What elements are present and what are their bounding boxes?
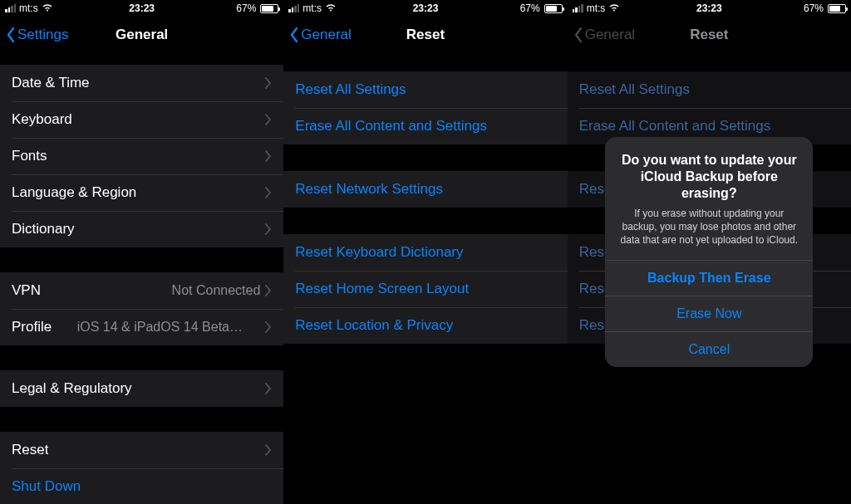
row-legal[interactable]: Legal & Regulatory	[0, 370, 283, 407]
alert-message: If you erase without updating your backu…	[618, 207, 799, 247]
row-reset-home-layout[interactable]: Reset Home Screen Layout	[283, 271, 567, 307]
row-reset-location-privacy[interactable]: Reset Location & Privacy	[283, 307, 567, 344]
battery-pct-label: 67%	[236, 2, 256, 14]
wifi-icon	[42, 3, 53, 13]
row-profile[interactable]: ProfileiOS 14 & iPadOS 14 Beta Softwar..…	[0, 309, 283, 345]
reset-list: Reset All Settings Erase All Content and…	[283, 71, 567, 344]
chevron-right-icon	[265, 114, 272, 125]
back-label: General	[301, 27, 351, 43]
settings-list: Date & Time Keyboard Fonts Language & Re…	[0, 65, 283, 504]
row-reset[interactable]: Reset	[0, 432, 283, 468]
alert-cancel-button[interactable]: Cancel	[605, 331, 813, 367]
row-dictionary[interactable]: Dictionary	[0, 211, 283, 247]
modal-overlay: Do you want to update your iCloud Backup…	[568, 0, 851, 504]
alert-dialog: Do you want to update your iCloud Backup…	[605, 137, 813, 368]
page-title: Reset	[406, 27, 445, 43]
chevron-left-icon	[7, 27, 15, 42]
row-date-time[interactable]: Date & Time	[0, 65, 283, 101]
carrier-label: mt:s	[19, 2, 38, 14]
row-language-region[interactable]: Language & Region	[0, 174, 283, 211]
chevron-right-icon	[265, 150, 272, 162]
back-button[interactable]: Settings	[7, 27, 68, 43]
chevron-right-icon	[265, 187, 272, 198]
battery-pct-label: 67%	[520, 2, 540, 14]
alert-erase-now-button[interactable]: Erase Now	[605, 296, 813, 331]
alert-title: Do you want to update your iCloud Backup…	[618, 152, 799, 202]
battery-icon	[544, 4, 563, 13]
alert-backup-then-erase-button[interactable]: Backup Then Erase	[605, 260, 813, 296]
chevron-left-icon	[290, 27, 298, 42]
row-reset-keyboard-dict[interactable]: Reset Keyboard Dictionary	[283, 234, 567, 271]
page-title: General	[116, 27, 168, 43]
carrier-label: mt:s	[303, 2, 322, 14]
signal-icon	[288, 4, 299, 12]
back-button[interactable]: General	[290, 27, 351, 43]
nav-bar: Settings General	[0, 17, 283, 53]
chevron-right-icon	[265, 285, 272, 296]
chevron-right-icon	[265, 321, 272, 333]
chevron-right-icon	[265, 444, 272, 456]
row-keyboard[interactable]: Keyboard	[0, 101, 283, 138]
phone-reset: mt:s 23:23 67% General Reset Reset All S…	[283, 0, 567, 504]
status-bar: mt:s 23:23 67%	[283, 0, 567, 17]
status-bar: mt:s 23:23 67%	[0, 0, 283, 17]
vpn-status: Not Connected	[172, 283, 261, 298]
wifi-icon	[325, 3, 337, 13]
row-erase-all[interactable]: Erase All Content and Settings	[283, 108, 567, 144]
signal-icon	[5, 4, 16, 12]
row-reset-network[interactable]: Reset Network Settings	[283, 171, 567, 208]
back-label: Settings	[17, 27, 68, 43]
chevron-right-icon	[265, 223, 272, 235]
profile-value: iOS 14 & iPadOS 14 Beta Softwar...	[77, 320, 243, 335]
battery-icon	[260, 4, 278, 13]
clock-label: 23:23	[413, 2, 439, 14]
chevron-right-icon	[265, 77, 272, 89]
row-vpn[interactable]: VPNNot Connected	[0, 272, 283, 309]
row-reset-all[interactable]: Reset All Settings	[283, 71, 567, 108]
nav-bar: General Reset	[283, 17, 567, 53]
row-fonts[interactable]: Fonts	[0, 138, 283, 174]
phone-reset-alert: mt:s 23:23 67% General Reset Reset All S…	[568, 0, 851, 504]
phone-general: mt:s 23:23 67% Settings General Date & T…	[0, 0, 283, 504]
row-shutdown[interactable]: Shut Down	[0, 468, 283, 504]
clock-label: 23:23	[129, 2, 155, 14]
chevron-right-icon	[265, 383, 272, 394]
